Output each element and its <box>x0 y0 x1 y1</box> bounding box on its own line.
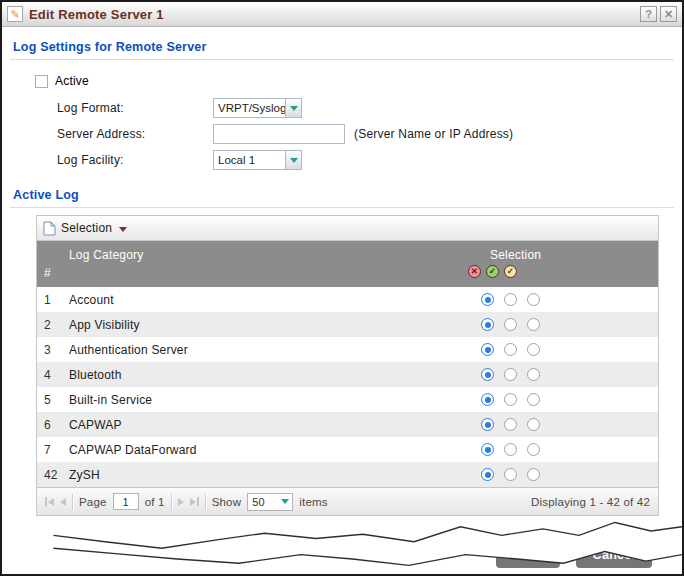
radio-enable[interactable] <box>504 443 517 456</box>
chevron-down-icon <box>281 499 289 504</box>
radio-disable[interactable] <box>481 468 494 481</box>
row-category: ZySH <box>67 468 453 482</box>
server-address-input[interactable] <box>213 124 345 144</box>
dialog-content: Log Settings for Remote Server Active Lo… <box>2 27 682 516</box>
radio-enable[interactable] <box>504 368 517 381</box>
row-number: 6 <box>37 418 67 432</box>
radio-disable[interactable] <box>481 418 494 431</box>
table-row: 3 Authentication Server <box>37 337 658 362</box>
radio-enable-normal[interactable] <box>527 293 540 306</box>
chevron-down-icon <box>290 158 298 163</box>
radio-enable-normal[interactable] <box>527 368 540 381</box>
table-row: 2 App Visibility <box>37 312 658 337</box>
row-selection-radios <box>453 343 658 356</box>
enable-normal-all-icon[interactable]: ✓ <box>504 265 517 278</box>
radio-disable[interactable] <box>481 368 494 381</box>
torn-edge-region: OK Cancel <box>2 516 682 574</box>
first-page-icon[interactable] <box>45 497 54 506</box>
row-selection-radios <box>453 318 658 331</box>
radio-enable[interactable] <box>504 343 517 356</box>
selection-menu-button[interactable]: Selection <box>37 216 658 241</box>
table-row: 5 Built-in Service <box>37 387 658 412</box>
row-number: 3 <box>37 343 67 357</box>
row-selection-radios <box>453 443 658 456</box>
log-facility-select[interactable]: Local 1 <box>213 150 302 170</box>
radio-enable-normal[interactable] <box>527 443 540 456</box>
row-category: Authentication Server <box>67 343 453 357</box>
radio-disable[interactable] <box>481 393 494 406</box>
row-selection-radios <box>453 293 658 306</box>
caret-down-icon <box>119 227 127 232</box>
row-number: 42 <box>37 468 67 482</box>
next-page-icon[interactable] <box>178 498 184 506</box>
row-category: Built-in Service <box>67 393 453 407</box>
row-number: 4 <box>37 368 67 382</box>
page-input[interactable] <box>113 493 139 510</box>
row-category: App Visibility <box>67 318 453 332</box>
close-icon[interactable]: ✕ <box>660 6 677 22</box>
col-number: # <box>37 262 67 287</box>
log-settings-heading: Log Settings for Remote Server <box>13 40 672 54</box>
selection-menu-label: Selection <box>61 221 112 235</box>
table-row: 6 CAPWAP <box>37 412 658 437</box>
divider <box>205 494 206 510</box>
active-checkbox[interactable] <box>35 75 48 88</box>
row-selection-radios <box>453 393 658 406</box>
radio-disable[interactable] <box>481 343 494 356</box>
table-row: 7 CAPWAP DataForward <box>37 437 658 462</box>
log-format-select[interactable]: VRPT/Syslog <box>213 98 302 118</box>
row-number: 2 <box>37 318 67 332</box>
last-page-icon[interactable] <box>190 497 199 506</box>
radio-enable[interactable] <box>504 293 517 306</box>
page-of-label: of 1 <box>145 496 165 508</box>
disable-all-icon[interactable]: ✕ <box>468 265 481 278</box>
pagination-bar: Page of 1 Show 50 items Displaying 1 - 4… <box>37 487 658 515</box>
row-selection-radios <box>453 418 658 431</box>
chevron-down-icon <box>290 106 298 111</box>
row-number: 7 <box>37 443 67 457</box>
row-category: Bluetooth <box>67 368 453 382</box>
radio-enable-normal[interactable] <box>527 318 540 331</box>
table-row: 4 Bluetooth <box>37 362 658 387</box>
row-selection-radios <box>453 468 658 481</box>
radio-enable[interactable] <box>504 418 517 431</box>
items-label: items <box>299 496 327 508</box>
cancel-button[interactable]: Cancel <box>576 542 652 568</box>
radio-enable[interactable] <box>504 468 517 481</box>
log-format-dropdown-button[interactable] <box>285 98 302 118</box>
section-divider <box>10 207 674 208</box>
row-category: Account <box>67 293 453 307</box>
help-icon[interactable]: ? <box>640 6 657 22</box>
show-items-select[interactable]: 50 <box>247 493 293 511</box>
table-header: Log Category Selection # ✕ ✓ ✓ <box>37 241 658 287</box>
table-row: 42 ZySH <box>37 462 658 487</box>
divider <box>72 494 73 510</box>
row-category: CAPWAP DataForward <box>67 443 453 457</box>
edit-pencil-icon: ✎ <box>7 6 23 22</box>
col-selection: Selection <box>453 241 658 262</box>
radio-enable[interactable] <box>504 318 517 331</box>
server-address-hint: (Server Name or IP Address) <box>354 127 513 141</box>
dialog-title: Edit Remote Server 1 <box>29 7 164 22</box>
radio-disable[interactable] <box>481 293 494 306</box>
col-log-category: Log Category <box>67 241 453 262</box>
active-log-table: Selection Log Category Selection # ✕ ✓ ✓ <box>36 215 659 516</box>
radio-enable[interactable] <box>504 393 517 406</box>
radio-enable-normal[interactable] <box>527 343 540 356</box>
radio-enable-normal[interactable] <box>527 393 540 406</box>
row-number: 1 <box>37 293 67 307</box>
radio-disable[interactable] <box>481 443 494 456</box>
enable-all-icon[interactable]: ✓ <box>486 265 499 278</box>
radio-enable-normal[interactable] <box>527 468 540 481</box>
prev-page-icon[interactable] <box>60 498 66 506</box>
active-label: Active <box>55 74 89 88</box>
radio-enable-normal[interactable] <box>527 418 540 431</box>
table-body: 1 Account 2 App Visibility 3 Authenticat… <box>37 287 658 487</box>
table-row: 1 Account <box>37 287 658 312</box>
radio-disable[interactable] <box>481 318 494 331</box>
file-icon <box>43 221 56 236</box>
log-format-label: Log Format: <box>35 101 213 115</box>
ok-button[interactable]: OK <box>496 542 560 568</box>
log-facility-dropdown-button[interactable] <box>285 150 302 170</box>
show-label: Show <box>212 496 242 508</box>
